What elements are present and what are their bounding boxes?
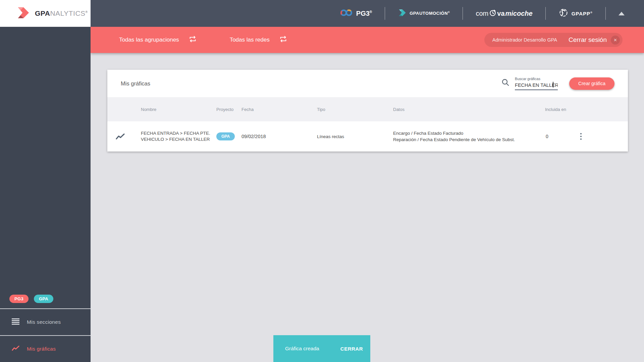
gpanalytics-arrow-icon <box>16 6 30 20</box>
cell-datos: Encargo / Fecha Estado Facturado Reparac… <box>393 130 545 143</box>
logout-close-icon[interactable]: ✕ <box>611 36 620 45</box>
table-row[interactable]: FECHA ENTRADA > FECHA PTE. VEHICULO > FE… <box>107 121 628 152</box>
swap-icon[interactable] <box>280 36 287 44</box>
swap-icon[interactable] <box>189 36 196 44</box>
search-input[interactable] <box>515 82 558 88</box>
topbar-divider <box>545 7 546 20</box>
text-caret <box>553 82 553 87</box>
networks-label: Todas las redes <box>230 37 270 43</box>
gpapp-wrench-icon <box>558 8 569 19</box>
pg3-logo: PG3® <box>340 9 372 18</box>
topbar-divider <box>605 7 606 20</box>
gpanalytics-logo: GPANALYTICS® <box>0 0 91 27</box>
comprava-italic: micoche <box>505 10 533 17</box>
datos-line-1: Encargo / Fecha Estado Facturado <box>393 131 463 136</box>
product-badges: PG3 GPA <box>0 289 91 308</box>
search-field-label: Buscar gráficas <box>515 77 558 81</box>
col-header-fecha: Fecha <box>241 107 317 112</box>
col-header-datos: Datos <box>393 107 545 112</box>
search-icon[interactable] <box>501 78 509 88</box>
gpapp-logo: GPAPP® <box>558 8 593 19</box>
toast-notification: Gráfica creada CERRAR <box>273 335 370 362</box>
charts-card: Mis gráficas Buscar gráficas Crear gráfi… <box>107 70 628 152</box>
toast-message: Gráfica creada <box>285 346 319 352</box>
search-field: Buscar gráficas <box>515 77 558 90</box>
filter-bar: Todas las agrupaciones Todas las redes A… <box>91 27 644 53</box>
create-chart-button[interactable]: Crear gráfica <box>569 77 614 90</box>
networks-selector[interactable]: Todas las redes <box>230 36 287 44</box>
page-title: Mis gráficas <box>121 80 150 87</box>
gpautomocion-arrow-icon <box>398 9 407 18</box>
cell-incluida-en: 0 <box>545 134 575 139</box>
brand-light: NALYTICS <box>50 9 85 17</box>
stopwatch-icon <box>489 9 496 18</box>
col-header-incluida-en: Incluida en <box>545 107 575 112</box>
list-icon <box>12 318 19 326</box>
sidebar-item-mis-graficas[interactable]: Mis gráficas <box>0 336 91 362</box>
cell-nombre: FECHA ENTRADA > FECHA PTE. VEHICULO > FE… <box>141 130 216 142</box>
groupings-selector[interactable]: Todas las agrupaciones <box>119 36 196 44</box>
compravamicoche-logo: com vamicoche <box>476 9 532 18</box>
comprava-pre: com <box>476 10 488 17</box>
datos-line-2: Reparación / Fecha Estado Pendiente de V… <box>393 137 515 142</box>
col-header-nombre: Nombre <box>141 107 216 112</box>
project-badge: GPA <box>216 132 235 140</box>
gpapp-label: GPAPP <box>572 11 590 16</box>
comprava-mid: va <box>497 10 504 17</box>
col-header-proyecto: Proyecto <box>216 107 241 112</box>
pg3-infinity-icon <box>340 9 353 18</box>
top-bar: PG3® GPAUTOMOCIÓN® com <box>0 0 644 27</box>
line-chart-icon <box>12 346 19 352</box>
gpautomocion-label: GPAUTOMOCIÓN <box>410 11 448 16</box>
collapse-up-icon[interactable] <box>619 12 625 15</box>
gpa-badge: GPA <box>34 295 53 303</box>
toast-close-button[interactable]: CERRAR <box>340 346 363 352</box>
cell-fecha: 09/02/2018 <box>241 134 317 139</box>
sidebar-item-label: Mis secciones <box>27 319 61 325</box>
sidebar-item-label: Mis gráficas <box>27 346 56 352</box>
brand-bold: GPA <box>35 9 50 17</box>
sidebar-item-mis-secciones[interactable]: Mis secciones <box>0 309 91 335</box>
table-header: Nombre Proyecto Fecha Tipo Datos Incluid… <box>107 97 628 121</box>
session-pill: Administrador Desarrollo GPA Cerrar sesi… <box>484 33 623 47</box>
pg3-label: PG3 <box>356 10 370 17</box>
sidebar: PG3 GPA Mis secciones Mis gráfica <box>0 27 91 362</box>
logout-button[interactable]: Cerrar sesión <box>569 36 607 44</box>
row-menu-kebab-icon[interactable] <box>576 131 586 142</box>
line-chart-icon <box>116 133 141 140</box>
cell-tipo: Líneas rectas <box>317 134 393 139</box>
gpautomocion-logo: GPAUTOMOCIÓN® <box>398 9 450 18</box>
topbar-divider <box>385 7 385 20</box>
groupings-label: Todas las agrupaciones <box>119 37 179 43</box>
topbar-divider <box>463 7 463 20</box>
col-header-tipo: Tipo <box>317 107 393 112</box>
pg3-badge: PG3 <box>9 295 29 303</box>
current-user-label: Administrador Desarrollo GPA <box>492 37 557 43</box>
